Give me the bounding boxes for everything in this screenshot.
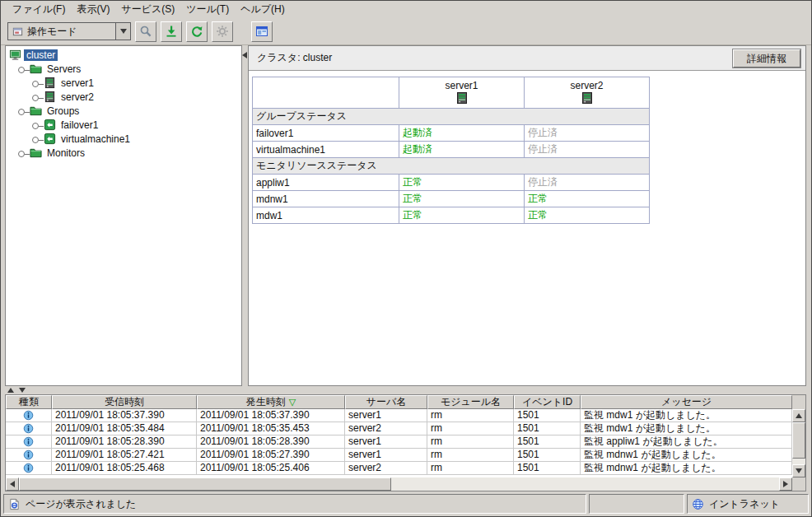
cluster-title: クラスタ: cluster (257, 51, 332, 65)
resource-name: mdnw1 (253, 191, 399, 207)
log-col-module[interactable]: モジュール名 (427, 395, 514, 409)
scroll-right-button[interactable] (779, 477, 792, 491)
info-icon (23, 449, 34, 460)
log-vertical-scrollbar[interactable] (792, 409, 805, 477)
tree-node-server2[interactable]: server2 (6, 90, 241, 104)
splitter-collapse-left[interactable] (242, 52, 247, 58)
toolbar: 操作モード (1, 18, 811, 45)
log-cell-type (6, 435, 52, 449)
search-icon (139, 25, 152, 38)
tree-node-monitors[interactable]: Monitors (6, 146, 241, 160)
tree-node-servers[interactable]: Servers (6, 62, 241, 76)
log-cell-received: 2011/09/01 18:05:35.484 (52, 422, 197, 435)
tree-toggle[interactable] (32, 93, 44, 101)
log-cell-server: server1 (345, 409, 427, 422)
operation-mode-select[interactable]: 操作モード (7, 22, 131, 40)
menu-help[interactable]: ヘルプ(H) (236, 1, 290, 18)
horizontal-scrollbar-thumb[interactable] (19, 477, 391, 491)
horizontal-scrollbar-track[interactable] (391, 477, 779, 491)
globe-icon (692, 498, 704, 510)
folder-icon (30, 63, 42, 75)
status-cell: 停止済 (525, 175, 650, 191)
operation-mode-value: 操作モード (27, 25, 115, 39)
status-col-server1: server1 (399, 77, 525, 109)
tree-node-cluster[interactable]: cluster (6, 48, 241, 62)
tree-node-groups[interactable]: Groups (6, 104, 241, 118)
folder-icon (30, 147, 42, 159)
cluster-tree: cluster Servers server1 server2 Groups (5, 45, 242, 386)
vertical-scrollbar-track[interactable] (792, 459, 805, 464)
log-cell-event-id: 1501 (514, 409, 581, 422)
search-button[interactable] (135, 21, 156, 42)
log-cell-occurred: 2011/09/01 18:05:28.390 (197, 435, 345, 449)
tree-node-server1[interactable]: server1 (6, 76, 241, 90)
log-row[interactable]: 2011/09/01 18:05:28.390 2011/09/01 18:05… (6, 435, 792, 449)
status-cell: 停止済 (525, 142, 650, 158)
info-icon (23, 423, 34, 434)
vertical-scrollbar-thumb[interactable] (792, 422, 805, 459)
reload-button[interactable] (186, 21, 208, 42)
scrollpane-corner (792, 477, 805, 491)
menu-file[interactable]: ファイル(F) (7, 1, 70, 18)
menu-view[interactable]: 表示(V) (72, 1, 114, 18)
tree-node-label: Groups (44, 105, 82, 117)
zone-label: イントラネット (709, 497, 780, 511)
log-row[interactable]: 2011/09/01 18:05:37.390 2011/09/01 18:05… (6, 409, 792, 422)
group-icon (44, 119, 56, 131)
tree-node-label: server1 (58, 77, 96, 89)
log-cell-message: 監視 mdnw1 が起動しました。 (581, 462, 792, 475)
menu-tool[interactable]: ツール(T) (181, 1, 234, 18)
log-cell-occurred: 2011/09/01 18:05:37.390 (197, 409, 345, 422)
log-cell-message: 監視 mdnw1 が起動しました。 (581, 449, 792, 462)
log-cell-type (6, 422, 52, 435)
ie-page-icon (8, 498, 21, 510)
scroll-up-button[interactable] (792, 409, 805, 422)
integrated-manager-button[interactable] (251, 21, 273, 42)
log-col-message[interactable]: メッセージ (581, 395, 792, 409)
splitter-collapse-up[interactable] (7, 388, 14, 393)
log-col-type[interactable]: 種類 (6, 395, 52, 409)
scrollpane-corner (792, 395, 805, 409)
collect-logs-button[interactable] (161, 21, 182, 42)
tree-node-virtualmachine1[interactable]: virtualmachine1 (6, 132, 241, 146)
server-icon (44, 77, 56, 89)
browser-status-bar: ページが表示されました イントラネット (3, 494, 809, 514)
log-row[interactable]: 2011/09/01 18:05:25.468 2011/09/01 18:05… (6, 462, 792, 475)
splitter-collapse-down[interactable] (19, 388, 26, 393)
status-cell: 正常 (399, 175, 525, 191)
log-cell-type (6, 409, 52, 422)
scroll-left-button[interactable] (6, 477, 19, 491)
detail-info-button[interactable]: 詳細情報 (733, 49, 800, 68)
tree-toggle[interactable] (18, 107, 30, 115)
horizontal-splitter[interactable] (1, 386, 811, 394)
resource-name: mdw1 (253, 207, 399, 224)
tree-toggle[interactable] (32, 79, 44, 87)
log-col-event-id[interactable]: イベントID (514, 395, 581, 409)
tree-toggle[interactable] (18, 149, 30, 157)
menu-service[interactable]: サービス(S) (116, 1, 180, 18)
tree-node-label: failover1 (58, 119, 100, 131)
folder-icon (30, 105, 42, 117)
combo-dropdown-arrow[interactable] (115, 23, 130, 40)
log-row[interactable]: 2011/09/01 18:05:35.484 2011/09/01 18:05… (6, 422, 792, 435)
tree-toggle[interactable] (32, 135, 44, 143)
tree-node-label: cluster (24, 49, 58, 61)
log-horizontal-scrollbar[interactable] (6, 477, 805, 491)
resource-name: appliw1 (253, 175, 399, 191)
status-row-virtualmachine1: virtualmachine1 起動済 停止済 (253, 142, 650, 158)
tree-toggle[interactable] (18, 65, 30, 73)
scroll-down-button[interactable] (792, 464, 805, 477)
group-icon (44, 133, 56, 145)
log-col-occurred[interactable]: 発生時刻 ▽ (197, 395, 345, 409)
vertical-splitter[interactable] (242, 45, 248, 386)
log-col-received[interactable]: 受信時刻 (52, 395, 197, 409)
log-cell-type (6, 462, 52, 475)
log-cell-event-id: 1501 (514, 449, 581, 462)
log-cell-server: server2 (345, 462, 427, 475)
log-col-server[interactable]: サーバ名 (345, 395, 427, 409)
options-button[interactable] (212, 21, 233, 42)
security-zone-cell: イントラネット (687, 494, 809, 514)
log-row[interactable]: 2011/09/01 18:05:27.421 2011/09/01 18:05… (6, 449, 792, 462)
tree-node-failover1[interactable]: failover1 (6, 118, 241, 132)
tree-toggle[interactable] (32, 121, 44, 129)
